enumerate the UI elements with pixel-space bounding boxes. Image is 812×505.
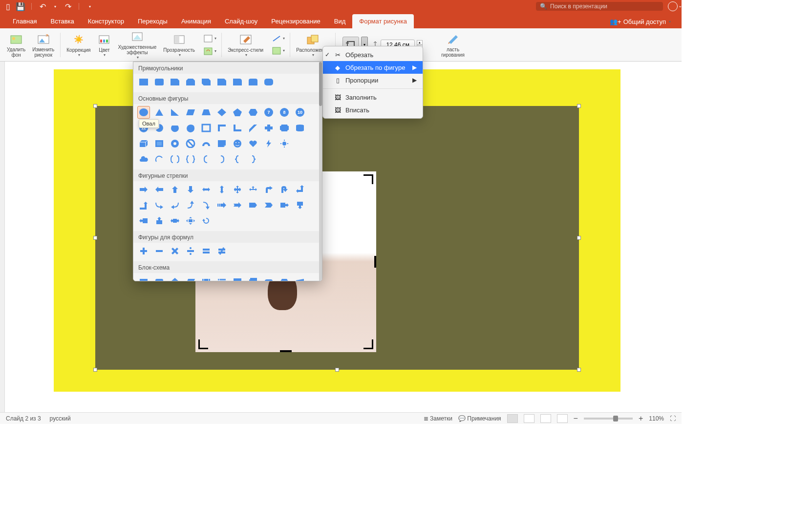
- arrow-pentagon[interactable]: [247, 199, 259, 211]
- shape-half-frame[interactable]: [215, 122, 228, 134]
- shape-no-symbol[interactable]: [184, 137, 197, 150]
- tab-home[interactable]: Главная: [6, 14, 43, 28]
- shapes-scrollbar[interactable]: [319, 62, 322, 281]
- formula-not-equals[interactable]: [215, 245, 228, 257]
- arrow-curved-up[interactable]: [184, 199, 197, 211]
- tab-picture-format[interactable]: Формат рисунка: [352, 14, 414, 28]
- handle-tl[interactable]: [93, 104, 97, 108]
- shape-frame[interactable]: [200, 122, 213, 134]
- shape-round-single[interactable]: [231, 76, 244, 88]
- color-button[interactable]: Цвет ▾: [94, 32, 114, 58]
- crop-handle-bl[interactable]: [198, 339, 208, 349]
- shape-octagon[interactable]: 8: [278, 106, 291, 119]
- arrow-chevron[interactable]: [262, 199, 275, 211]
- shape-trapezoid[interactable]: [200, 106, 213, 119]
- menu-fit[interactable]: 🖼Вписать: [323, 104, 423, 116]
- shape-lightning[interactable]: [262, 137, 275, 150]
- fit-to-window[interactable]: ⛶: [670, 415, 676, 422]
- shape-snip-round[interactable]: [215, 76, 228, 88]
- redo-icon[interactable]: ↷: [64, 2, 72, 10]
- effects-button[interactable]: ▾: [270, 45, 287, 57]
- shape-rounded-rect[interactable]: [153, 76, 166, 88]
- shape-double-brace[interactable]: [184, 153, 197, 166]
- formula-multiply[interactable]: [169, 245, 181, 257]
- transparency-button[interactable]: Прозрачность ▾: [160, 32, 198, 58]
- arrow-callout-left[interactable]: [137, 214, 150, 227]
- flow-terminator[interactable]: [262, 275, 275, 281]
- arrow-right[interactable]: [137, 183, 150, 196]
- arrow-notched-right[interactable]: [231, 199, 244, 211]
- flow-decision[interactable]: [169, 275, 181, 281]
- arrow-bent[interactable]: [262, 183, 275, 196]
- flow-predefined[interactable]: [200, 275, 213, 281]
- corrections-button[interactable]: ☀️ Коррекция ▾: [64, 32, 93, 58]
- shape-plaque[interactable]: [278, 122, 291, 134]
- crop-handle-r[interactable]: [374, 256, 376, 268]
- zoom-in[interactable]: +: [639, 414, 643, 423]
- menu-fill[interactable]: 🖼Заполнить: [323, 91, 423, 104]
- arrow-callout-lr[interactable]: [169, 214, 181, 227]
- artistic-button[interactable]: Художественные эффекты ▾: [115, 29, 159, 61]
- reset-button[interactable]: ▾: [202, 45, 218, 57]
- shape-triangle[interactable]: [153, 106, 166, 119]
- feedback-icon[interactable]: [668, 1, 678, 11]
- formula-equals[interactable]: [200, 245, 213, 257]
- change-picture-button[interactable]: Изменить рисунок: [29, 31, 57, 59]
- shape-cloud[interactable]: [137, 153, 150, 166]
- shape-smiley[interactable]: [231, 137, 244, 150]
- tab-review[interactable]: Рецензирование: [264, 14, 327, 28]
- menu-crop[interactable]: ✂Обрезать: [323, 48, 423, 61]
- shape-right-triangle[interactable]: [169, 106, 181, 119]
- shape-double-bracket[interactable]: [169, 153, 181, 166]
- arrow-curved-left[interactable]: [169, 199, 181, 211]
- formula-divide[interactable]: [184, 245, 197, 257]
- height-up[interactable]: ▴: [417, 40, 423, 45]
- arrow-u-turn[interactable]: [278, 183, 291, 196]
- handle-ml[interactable]: [93, 236, 97, 240]
- shape-pentagon[interactable]: [231, 106, 244, 119]
- shape-bevel[interactable]: [153, 137, 166, 150]
- flow-manual-input[interactable]: [294, 275, 306, 281]
- share-button[interactable]: 👥+ Общий доступ ▾: [605, 15, 676, 28]
- shape-block-arc[interactable]: [200, 137, 213, 150]
- flow-data[interactable]: [184, 275, 197, 281]
- panel-icon[interactable]: ▯: [4, 2, 12, 10]
- arrow-callout-up[interactable]: [153, 214, 166, 227]
- arrow-down[interactable]: [184, 183, 197, 196]
- zoom-slider[interactable]: [584, 418, 633, 420]
- shape-can[interactable]: [294, 122, 306, 134]
- handle-bl[interactable]: [93, 368, 97, 372]
- shape-parallelogram[interactable]: [184, 106, 197, 119]
- handle-br[interactable]: [577, 368, 581, 372]
- shape-plus[interactable]: [262, 122, 275, 134]
- remove-bg-button[interactable]: Удалить фон: [4, 31, 28, 59]
- pane-button[interactable]: ласть гирования: [438, 31, 468, 59]
- shape-folded-corner[interactable]: [215, 137, 228, 150]
- handle-tr[interactable]: [577, 104, 581, 108]
- flow-alternate[interactable]: [153, 275, 166, 281]
- shape-diamond[interactable]: [215, 106, 228, 119]
- tab-design[interactable]: Конструктор: [81, 14, 131, 28]
- comments-button[interactable]: 💬 Примечания: [458, 415, 501, 422]
- arrow-quad[interactable]: [231, 183, 244, 196]
- zoom-out[interactable]: −: [574, 414, 578, 423]
- handle-bm[interactable]: [335, 368, 339, 372]
- shape-left-bracket[interactable]: [200, 153, 213, 166]
- shape-heart[interactable]: [247, 137, 259, 150]
- view-reading[interactable]: [540, 414, 551, 423]
- handle-mr[interactable]: [577, 236, 581, 240]
- menu-crop-to-shape[interactable]: ◆Обрезать по фигуре▶: [323, 61, 423, 74]
- slide-counter[interactable]: Слайд 2 из 3: [6, 415, 41, 422]
- shape-donut[interactable]: [169, 137, 181, 150]
- shape-diag-stripe[interactable]: [247, 122, 259, 134]
- preset-button[interactable]: ▾: [202, 33, 218, 44]
- arrow-circular[interactable]: [200, 214, 213, 227]
- shape-decagon[interactable]: 10: [294, 106, 306, 119]
- shape-round-same[interactable]: [247, 76, 259, 88]
- arrow-bent-up[interactable]: [137, 199, 150, 211]
- shape-cube[interactable]: [137, 137, 150, 150]
- undo-icon[interactable]: ↶: [39, 2, 46, 10]
- shape-chord[interactable]: [169, 122, 181, 134]
- search-box[interactable]: 🔍: [536, 2, 663, 11]
- flow-preparation[interactable]: [278, 275, 291, 281]
